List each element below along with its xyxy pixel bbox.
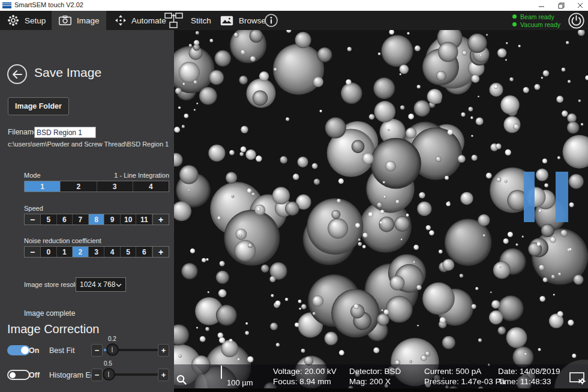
speed-option[interactable]: 7 bbox=[73, 214, 89, 225]
speed-increment-button[interactable]: + bbox=[152, 214, 169, 225]
time-readout: Time: 11:48:33 bbox=[498, 376, 560, 387]
mode-option-1[interactable]: 1 bbox=[25, 181, 61, 191]
noise-option[interactable]: 4 bbox=[104, 247, 121, 257]
viewport-bottom-strip bbox=[174, 388, 588, 392]
best-fit-value: 0.2 bbox=[108, 336, 116, 342]
speed-option[interactable]: 8 bbox=[89, 214, 105, 225]
image-folder-button[interactable]: Image Folder bbox=[8, 97, 69, 115]
best-fit-decrement-button[interactable]: − bbox=[91, 344, 103, 357]
current-readout: Current: 500 pA bbox=[424, 366, 505, 376]
tab-label: Browse bbox=[239, 16, 266, 25]
speed-option[interactable]: 5 bbox=[41, 214, 57, 225]
noise-option[interactable]: 1 bbox=[57, 247, 73, 257]
noise-decrement-button[interactable]: − bbox=[25, 247, 41, 257]
beam-ready-indicator bbox=[512, 14, 517, 19]
histogram-eq-toggle[interactable] bbox=[7, 370, 30, 380]
tab-stitch[interactable]: Stitch bbox=[157, 11, 218, 30]
save-image-panel: Save Image Image Folder Filename: c:\use… bbox=[0, 30, 174, 392]
camera-icon bbox=[59, 16, 71, 25]
noise-reduction-selector: − 0 1 2 3 4 5 6 + bbox=[24, 246, 169, 258]
histogram-eq-slider[interactable] bbox=[104, 373, 159, 376]
noise-reduction-label: Noise reduction coefficient bbox=[24, 237, 101, 244]
tab-image[interactable]: Image bbox=[52, 11, 106, 30]
gear-icon bbox=[7, 14, 19, 26]
magnifier-icon[interactable] bbox=[176, 375, 187, 387]
resolution-value: 1024 x 768 bbox=[80, 280, 115, 289]
speed-option[interactable]: 11 bbox=[136, 214, 152, 225]
tab-browse[interactable]: Browse bbox=[213, 11, 273, 30]
noise-option[interactable]: 3 bbox=[89, 247, 105, 257]
system-status: Beam ready Vacuum ready bbox=[512, 13, 560, 28]
mode-option-3[interactable]: 3 bbox=[97, 181, 133, 191]
noise-option[interactable]: 2 bbox=[73, 247, 89, 257]
voltage-readout: Voltage: 20.00 kV bbox=[273, 366, 337, 376]
histogram-eq-slider-thumb[interactable] bbox=[103, 368, 115, 381]
histogram-eq-increment-button[interactable]: + bbox=[158, 369, 169, 381]
minimize-button[interactable] bbox=[538, 1, 546, 10]
beam-ready-label: Beam ready bbox=[520, 13, 554, 20]
page-title: Save Image bbox=[34, 65, 101, 80]
picture-icon bbox=[220, 16, 233, 26]
histogram-eq-value: 0.5 bbox=[104, 360, 112, 367]
best-fit-name: Best Fit bbox=[49, 346, 74, 355]
mode-option-4[interactable]: 4 bbox=[133, 181, 169, 191]
chevron-down-icon bbox=[116, 280, 122, 289]
noise-option[interactable]: 6 bbox=[136, 247, 152, 257]
noise-option[interactable]: 0 bbox=[41, 247, 57, 257]
power-button[interactable] bbox=[568, 13, 584, 29]
speed-label: Speed bbox=[24, 205, 43, 212]
tab-label: Image bbox=[77, 16, 100, 25]
speed-option[interactable]: 10 bbox=[121, 214, 137, 225]
tab-label: Stitch bbox=[191, 16, 211, 25]
mode-selector: 1 2 3 4 bbox=[24, 181, 169, 192]
stitch-icon bbox=[164, 13, 183, 28]
histogram-eq-name: Histogram Eq. bbox=[49, 371, 97, 379]
noise-option[interactable]: 5 bbox=[121, 247, 137, 257]
speed-decrement-button[interactable]: − bbox=[25, 214, 41, 225]
histogram-eq-decrement-button[interactable]: − bbox=[91, 369, 103, 381]
resolution-dropdown[interactable]: 1024 x 768 bbox=[76, 277, 126, 292]
pressure-readout: Pressure: 1.47e-03 Pa bbox=[424, 376, 505, 387]
speed-option[interactable]: 9 bbox=[104, 214, 121, 225]
window-title: SmartSEM touch V2.02 bbox=[14, 1, 83, 8]
tab-label: Setup bbox=[25, 16, 46, 25]
mode-label: Mode bbox=[24, 172, 41, 179]
filename-input[interactable] bbox=[34, 127, 96, 138]
mode-option-2[interactable]: 2 bbox=[61, 181, 97, 191]
title-bar: SmartSEM touch V2.02 bbox=[0, 0, 588, 11]
best-fit-slider-thumb[interactable] bbox=[106, 343, 119, 356]
back-button[interactable] bbox=[7, 64, 27, 84]
save-path: c:\users\sem\Powder and Screw Thread\BSD… bbox=[8, 140, 169, 148]
best-fit-slider[interactable] bbox=[104, 349, 159, 351]
close-button[interactable] bbox=[576, 1, 584, 10]
app-logo-icon bbox=[2, 2, 11, 8]
restore-button[interactable] bbox=[557, 1, 565, 10]
image-correction-title: Image Correction bbox=[7, 322, 99, 336]
main-nav: Setup Image Automate bbox=[0, 11, 588, 30]
detector-readout: Detector: BSD bbox=[349, 366, 401, 376]
pause-overlay-bar-right bbox=[556, 172, 568, 222]
speed-selector: − 5 6 7 8 9 10 11 + bbox=[24, 214, 169, 225]
best-fit-toggle-label: On bbox=[29, 346, 39, 355]
date-readout: Date: 14/08/2019 bbox=[498, 366, 560, 376]
noise-increment-button[interactable]: + bbox=[152, 247, 169, 257]
move-arrows-icon bbox=[115, 15, 126, 26]
app-window: SmartSEM touch V2.02 Setup bbox=[0, 0, 588, 392]
image-status-message: Image complete bbox=[24, 309, 75, 318]
histogram-eq-toggle-label: Off bbox=[29, 371, 40, 379]
sem-image-viewport[interactable]: 100 µm Voltage: 20.00 kV Focus: 8.94 mm … bbox=[174, 30, 588, 392]
data-zone-bar: 100 µm Voltage: 20.00 kV Focus: 8.94 mm … bbox=[174, 364, 588, 388]
display-settings-icon[interactable] bbox=[569, 372, 586, 387]
scale-bar bbox=[221, 366, 222, 379]
speed-option[interactable]: 6 bbox=[57, 214, 73, 225]
info-icon[interactable] bbox=[265, 14, 278, 27]
mode-description: 1 - Line Integration bbox=[114, 172, 169, 179]
best-fit-toggle[interactable] bbox=[7, 345, 30, 355]
scale-bar-label: 100 µm bbox=[227, 378, 253, 387]
tab-setup[interactable]: Setup bbox=[0, 11, 53, 30]
vacuum-ready-indicator bbox=[512, 22, 517, 26]
mag-readout: Mag: 200 X bbox=[349, 376, 401, 387]
focus-readout: Focus: 8.94 mm bbox=[273, 376, 337, 387]
best-fit-increment-button[interactable]: + bbox=[158, 344, 169, 357]
pause-overlay-bar-left bbox=[524, 172, 535, 222]
